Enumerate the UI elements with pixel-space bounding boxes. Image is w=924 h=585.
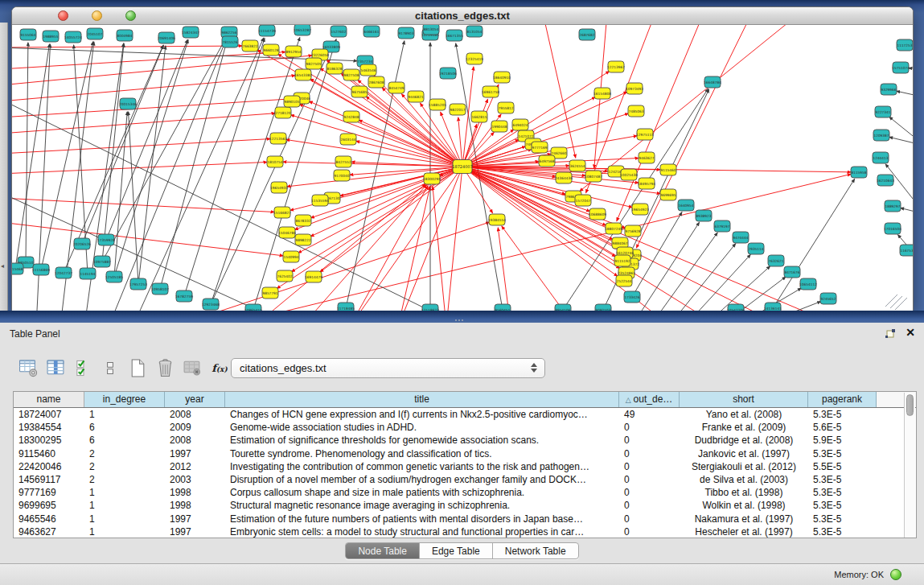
collapse-panel-arrow-icon[interactable]: ◂ (1, 262, 4, 270)
table-cell-out_degree[interactable]: 0 (619, 434, 680, 447)
network-node[interactable]: 12923468 (202, 299, 220, 310)
network-node[interactable]: 8813054 (423, 25, 439, 35)
network-edge[interactable] (458, 117, 462, 167)
network-edge[interactable] (129, 112, 138, 284)
network-edge[interactable] (433, 187, 446, 311)
network-node[interactable]: 9827508 (343, 69, 359, 80)
network-edge[interactable] (631, 222, 700, 311)
network-edge[interactable] (12, 198, 274, 212)
close-icon[interactable]: ✕ (906, 326, 915, 339)
network-edge[interactable] (299, 105, 462, 167)
column-header-year[interactable]: year (165, 392, 225, 407)
network-edge[interactable] (502, 226, 575, 311)
network-node[interactable]: 9699695 (660, 189, 676, 200)
network-node[interactable]: 9227341 (875, 106, 891, 117)
network-edge[interactable] (82, 45, 163, 244)
network-edge[interactable] (684, 254, 750, 311)
table-cell-out_degree[interactable]: 0 (619, 460, 680, 473)
network-node[interactable]: 19384554 (488, 214, 506, 225)
network-edge[interactable] (543, 25, 576, 158)
table-row[interactable]: 1872400712008Changes of HCN gene express… (14, 408, 916, 421)
network-edge[interactable] (12, 46, 242, 47)
network-node[interactable]: 10807487 (585, 171, 602, 182)
table-cell-out_degree[interactable]: 49 (619, 408, 680, 421)
table-row[interactable]: 977716911998Corpus callosum shape and si… (14, 486, 916, 499)
network-node[interactable]: 8186328 (326, 63, 343, 74)
network-node[interactable]: 19654933 (270, 182, 288, 193)
table-settings-icon[interactable] (16, 356, 40, 379)
table-cell-pagerank[interactable]: 5.6E-5 (808, 421, 877, 434)
network-node[interactable]: 16648784 (704, 76, 721, 88)
network-node[interactable]: 9329966 (881, 84, 897, 95)
table-row[interactable]: 911546021997Tourette syndrome. Phenomeno… (14, 447, 916, 460)
network-node[interactable]: 8954106 (555, 304, 571, 311)
table-cell-out_degree[interactable]: 0 (619, 486, 680, 499)
network-node[interactable]: 7625402 (277, 270, 293, 282)
network-node[interactable]: 1167533 (900, 245, 913, 256)
network-node[interactable]: 16154808 (593, 88, 611, 99)
function-builder-icon[interactable]: f(x) (207, 356, 232, 379)
table-cell-short[interactable]: Tibbo et al. (1998) (680, 486, 808, 499)
new-table-icon[interactable] (125, 356, 150, 379)
table-row[interactable]: 946554611997Estimation of the future num… (14, 513, 916, 525)
table-cell-in_degree[interactable]: 2 (84, 447, 165, 460)
network-node[interactable]: 10688609 (589, 208, 606, 220)
table-cell-out_degree[interactable]: 0 (619, 447, 680, 460)
scrollbar-thumb[interactable] (906, 394, 914, 416)
table-cell-year[interactable]: 2008 (165, 408, 225, 421)
network-node[interactable]: 10973493 (626, 83, 643, 94)
table-cell-title[interactable]: Estimation of the future numbers of pati… (225, 513, 619, 525)
table-cell-in_degree[interactable]: 1 (84, 408, 165, 421)
network-node[interactable]: 9898222 (295, 234, 311, 245)
network-node[interactable]: 2867608 (368, 76, 384, 88)
table-cell-title[interactable]: Genome-wide association studies in ADHD. (225, 421, 619, 434)
column-header-title[interactable]: title (225, 392, 619, 407)
table-cell-short[interactable]: Stergiakouli et al. (2012) (680, 460, 808, 473)
network-node[interactable]: 8004984 (117, 30, 133, 41)
network-edge[interactable] (897, 91, 913, 97)
network-node[interactable]: 7632621 (768, 255, 784, 266)
network-node[interactable]: 8912954 (285, 46, 302, 57)
network-edge[interactable] (211, 37, 300, 304)
tab-network-table[interactable]: Network Table (493, 543, 578, 558)
row-check-icon[interactable] (71, 356, 95, 379)
delete-table-icon[interactable] (180, 356, 204, 379)
network-node[interactable]: 14136141 (764, 303, 782, 311)
network-edge[interactable] (350, 167, 462, 311)
table-cell-year[interactable]: 1998 (165, 499, 225, 512)
table-row[interactable]: 2242004622012Investigating the contribut… (14, 460, 916, 473)
canvas-resize-grip[interactable] (885, 295, 907, 310)
network-edge[interactable] (650, 233, 717, 311)
network-node[interactable]: 8938923 (696, 210, 712, 221)
column-header-short[interactable]: short (680, 392, 808, 407)
network-node[interactable]: 9857791 (262, 287, 278, 299)
network-node[interactable]: 8678332 (295, 215, 311, 226)
network-node[interactable]: 12505185 (105, 271, 123, 282)
network-node[interactable]: 9756928 (625, 225, 641, 237)
network-node[interactable]: 11535594 (311, 195, 329, 206)
table-cell-pagerank[interactable]: 5.3E-5 (808, 513, 877, 525)
column-header-in_degree[interactable]: in_degree (84, 392, 165, 407)
column-header-out_degree[interactable]: △out_de… (619, 392, 680, 407)
network-node[interactable]: 12118623 (421, 304, 439, 311)
network-node[interactable]: 10865415 (244, 304, 262, 311)
network-edge[interactable] (398, 187, 430, 311)
network-node[interactable]: 2687682 (579, 29, 595, 40)
network-node[interactable]: 9446821 (408, 91, 424, 102)
network-node[interactable]: 15046786 (278, 227, 296, 238)
network-node[interactable]: 15166827 (273, 207, 291, 218)
table-cell-name[interactable]: 14569117 (14, 473, 84, 486)
network-node[interactable]: 1527602 (331, 26, 347, 37)
table-cell-in_degree[interactable]: 2 (84, 473, 165, 486)
rows-icon[interactable] (98, 356, 122, 379)
network-node[interactable]: 2603144 (340, 134, 356, 145)
network-canvas[interactable]: 9155064198895514055724204510780049842069… (12, 25, 913, 311)
network-node[interactable]: 18807249 (605, 223, 622, 234)
table-cell-pagerank[interactable]: 5.3E-5 (808, 486, 877, 499)
network-node[interactable]: 8454749 (388, 82, 405, 93)
network-node[interactable]: 17016504 (884, 223, 901, 234)
table-cell-year[interactable]: 1998 (165, 486, 225, 499)
network-edge[interactable] (12, 99, 462, 311)
network-edge[interactable] (138, 46, 166, 284)
network-node[interactable]: 1988955 (43, 31, 59, 42)
